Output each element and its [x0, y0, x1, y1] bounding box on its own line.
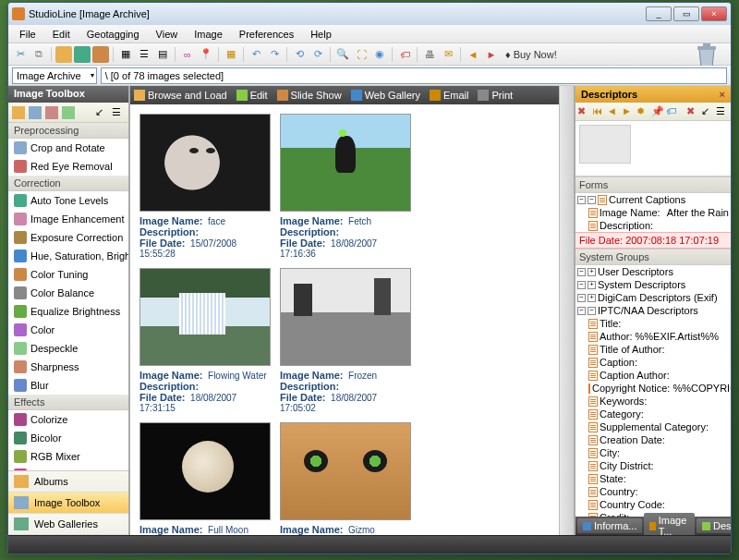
toolbox-folder-icon[interactable]	[12, 106, 25, 119]
gallery-btn-edit[interactable]: Edit	[236, 90, 268, 101]
tool-copy-icon[interactable]: ⧉	[30, 46, 47, 63]
iptc-field[interactable]: Country:	[575, 485, 731, 498]
menu-view[interactable]: View	[149, 27, 186, 42]
tool-image-enhancement[interactable]: Image Enhancement	[8, 210, 128, 228]
tool-prev-icon[interactable]: ◄	[465, 46, 481, 63]
tool-colorize[interactable]: Colorize	[8, 410, 128, 429]
path-field[interactable]: \ [0 of 78 images selected]	[101, 67, 727, 84]
tool-color-balance[interactable]: Color Balance	[8, 284, 128, 302]
tool-undo-icon[interactable]: ↶	[248, 46, 264, 63]
iptc-field[interactable]: City:	[575, 446, 731, 459]
tool-hue-saturation-brightness[interactable]: Hue, Saturation, Brightness	[8, 247, 128, 265]
status-tab[interactable]: Image T...	[644, 513, 695, 535]
tool-rotate-left-icon[interactable]: ⟲	[291, 46, 308, 63]
tool-color-tuning[interactable]: Color Tuning	[8, 265, 128, 284]
tool-pin-icon[interactable]: 📍	[198, 46, 214, 63]
menu-geotagging[interactable]: Geotagging	[79, 27, 147, 42]
menu-image[interactable]: Image	[187, 27, 230, 42]
tool-bicolor[interactable]: Bicolor	[8, 429, 128, 447]
gallery-btn-slide-show[interactable]: Slide Show	[277, 90, 342, 101]
iptc-field[interactable]: City District:	[575, 459, 731, 472]
thumbnail[interactable]	[139, 268, 271, 366]
tool-detail-icon[interactable]: ▤	[154, 46, 171, 63]
gallery-btn-email[interactable]: Email	[430, 90, 469, 101]
group-user-descriptors[interactable]: −+ User Descriptors	[575, 265, 731, 278]
tool-save-icon[interactable]	[74, 46, 91, 63]
thumbnail[interactable]	[280, 114, 411, 212]
status-tab[interactable]: Descript...	[697, 518, 731, 533]
tool-crop-and-rotate[interactable]: Crop and Rotate	[8, 139, 128, 157]
tool-despeckle[interactable]: Despeckle	[8, 339, 128, 358]
archive-dropdown[interactable]: Image Archive	[12, 67, 97, 84]
tab-image-toolbox[interactable]: Image Toolbox	[8, 493, 128, 514]
toolbox-close-icon[interactable]: ↙	[95, 106, 108, 119]
menu-preferences[interactable]: Preferences	[232, 27, 301, 42]
toolbox-expand-icon[interactable]: ☰	[112, 106, 125, 119]
iptc-field[interactable]: Author: %%EXIF.Artist%%	[575, 330, 731, 343]
tool-sharpness[interactable]: Sharpness	[8, 358, 128, 376]
tool-auto-tone-levels[interactable]: Auto Tone Levels	[8, 191, 128, 210]
tool-rgb-mixer[interactable]: RGB Mixer	[8, 447, 128, 466]
gallery-btn-browse-and-load[interactable]: Browse and Load	[134, 90, 227, 101]
descriptors-close-icon[interactable]: ×	[720, 89, 725, 100]
tool-red-eye-removal[interactable]: Red Eye Removal	[8, 157, 128, 176]
desc-coll-icon[interactable]: ↙	[701, 105, 714, 118]
buy-now-link[interactable]: ♦ Buy Now!	[502, 49, 561, 60]
desc-next-icon[interactable]: ►	[622, 105, 635, 118]
file-date-highlight[interactable]: File Date: 2007:08:18 17:07:19	[575, 232, 731, 249]
desc-tag-icon[interactable]: 🏷	[666, 105, 679, 118]
tool-equalize-brightness[interactable]: Equalize Brightness	[8, 302, 128, 321]
close-button[interactable]: ×	[701, 6, 727, 21]
desc-del-icon[interactable]: ✖	[686, 105, 699, 118]
desc-x-icon[interactable]: ✖	[577, 105, 590, 118]
status-tab[interactable]: Informa...	[577, 518, 642, 533]
thumbnail[interactable]	[280, 268, 411, 366]
minimize-button[interactable]: _	[646, 6, 672, 21]
iptc-field[interactable]: Caption:	[575, 356, 731, 369]
tool-tag-icon[interactable]: 🏷	[396, 46, 413, 63]
iptc-field[interactable]: Creation Date:	[575, 433, 731, 446]
group-digicam-descriptors-exif-[interactable]: −+ DigiCam Descriptors (Exif)	[575, 291, 731, 304]
tool-exposure-correction[interactable]: Exposure Correction	[8, 228, 128, 247]
gallery-btn-print[interactable]: Print	[478, 90, 513, 101]
thumbnail[interactable]	[139, 422, 271, 520]
iptc-field[interactable]: Category:	[575, 408, 731, 420]
iptc-field[interactable]: Copyright Notice: %%COPYRIGHT%%	[575, 382, 731, 395]
iptc-field[interactable]: Caption Author:	[575, 369, 731, 382]
tree-current-captions[interactable]: −−Current Captions	[575, 193, 731, 206]
maximize-button[interactable]: ▭	[673, 6, 699, 21]
gallery-btn-web-gallery[interactable]: Web Gallery	[351, 90, 420, 101]
tree-description[interactable]: Description:	[575, 219, 731, 232]
toolbox-brush-icon[interactable]	[62, 106, 75, 119]
menu-file[interactable]: File	[12, 27, 43, 42]
thumbnail[interactable]	[280, 422, 411, 520]
iptc-field[interactable]: State:	[575, 472, 731, 485]
tool-cut-icon[interactable]: ✂	[12, 46, 29, 63]
tool-zoom-icon[interactable]: 🔍	[334, 46, 351, 63]
tool-folder-icon[interactable]	[55, 46, 72, 63]
gallery-scrollbar[interactable]	[559, 86, 574, 535]
iptc-field[interactable]: Keywords:	[575, 395, 731, 408]
tool-color[interactable]: Color	[8, 321, 128, 339]
tool-grid-icon[interactable]: ▦	[117, 46, 134, 63]
tool-link-icon[interactable]: ∞	[179, 46, 196, 63]
tool-blur[interactable]: Blur	[8, 376, 128, 395]
desc-gear-icon[interactable]: ✹	[636, 105, 649, 118]
desc-pin-icon[interactable]: 📌	[651, 105, 664, 118]
iptc-field[interactable]: Country Code:	[575, 498, 731, 511]
tool-export-icon[interactable]	[92, 46, 109, 63]
group-iptc-naa-descriptors[interactable]: −− IPTC/NAA Descriptors	[575, 304, 731, 317]
tree-image-name[interactable]: Image Name: After the Rain	[575, 206, 731, 219]
tool-mail-icon[interactable]: ✉	[440, 46, 456, 63]
iptc-field[interactable]: Supplemental Category:	[575, 420, 731, 433]
toolbox-edit-icon[interactable]	[45, 106, 58, 119]
toolbox-tools-icon[interactable]	[29, 106, 42, 119]
tool-list-icon[interactable]: ☰	[136, 46, 152, 63]
tool-full-icon[interactable]: ◉	[371, 46, 388, 63]
menu-edit[interactable]: Edit	[45, 27, 78, 42]
group-system-descriptors[interactable]: −+ System Descriptors	[575, 278, 731, 291]
tab-albums[interactable]: Albums	[8, 471, 128, 493]
desc-first-icon[interactable]: ⏮	[592, 105, 605, 118]
desc-menu-icon[interactable]: ☰	[716, 105, 729, 118]
thumbnail[interactable]	[139, 114, 271, 212]
